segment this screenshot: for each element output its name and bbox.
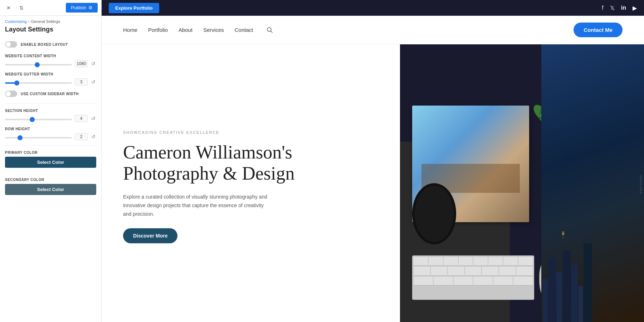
row-height-label: ROW HEIGHT bbox=[5, 127, 96, 131]
nav-portfolio[interactable]: Portfolio bbox=[148, 27, 168, 33]
preview-hero: SHOWCASING CREATIVE EXCELLENCE Cameron W… bbox=[102, 44, 644, 322]
city-overlay: Offscreen bbox=[541, 44, 644, 322]
publish-label: Publish bbox=[71, 5, 86, 10]
secondary-color-label: SECONDARY COLOR bbox=[5, 178, 96, 182]
section-height-slider-container bbox=[5, 115, 72, 122]
website-gutter-width-label: WEBSITE GUTTER WIDTH bbox=[5, 72, 96, 76]
social-icons: f 𝕏 in ▶ bbox=[602, 5, 637, 11]
hero-title: Cameron Williamson's Photography & Desig… bbox=[123, 142, 379, 185]
close-icon[interactable]: ✕ bbox=[4, 3, 14, 13]
preview-nav: Home Portfolio About Services Contact Co… bbox=[102, 16, 644, 44]
building-1 bbox=[543, 279, 548, 322]
row-height-reset[interactable]: ↺ bbox=[91, 134, 96, 140]
section-height-reset[interactable]: ↺ bbox=[91, 116, 96, 121]
row-height-slider-row: 2 ↺ bbox=[5, 133, 96, 140]
offscreen-label: Offscreen bbox=[639, 175, 643, 194]
row-height-slider[interactable] bbox=[5, 137, 72, 138]
website-content-width-value: 1080 bbox=[75, 60, 88, 67]
enable-boxed-layout-label: ENABLE BOXED LAYOUT bbox=[21, 43, 68, 47]
twitter-icon[interactable]: 𝕏 bbox=[610, 5, 615, 11]
hero-content: SHOWCASING CREATIVE EXCELLENCE Cameron W… bbox=[102, 44, 400, 322]
explore-portfolio-button[interactable]: Explore Portfolio bbox=[109, 3, 159, 13]
breadcrumb: Customizing • General Settings bbox=[0, 16, 101, 25]
section-height-slider-row: 4 ↺ bbox=[5, 115, 96, 122]
website-gutter-width-slider[interactable] bbox=[5, 82, 72, 84]
swap-icon[interactable]: ⇅ bbox=[16, 3, 26, 13]
facebook-icon[interactable]: f bbox=[602, 5, 603, 11]
contact-me-button[interactable]: Contact Me bbox=[574, 23, 623, 37]
website-content-width-group: WEBSITE CONTENT WIDTH 1080 ↺ bbox=[5, 54, 96, 67]
breadcrumb-section: General Settings bbox=[31, 19, 60, 24]
svg-line-1 bbox=[271, 31, 273, 33]
secondary-color-group: SECONDARY COLOR Select Color bbox=[5, 178, 96, 200]
website-content-width-label: WEBSITE CONTENT WIDTH bbox=[5, 54, 96, 58]
nav-contact[interactable]: Contact bbox=[235, 27, 253, 33]
section-height-slider[interactable] bbox=[5, 119, 72, 120]
publish-button[interactable]: Publish ⚙ bbox=[66, 3, 98, 13]
website-gutter-width-group: WEBSITE GUTTER WIDTH 3 ↺ bbox=[5, 72, 96, 86]
nav-links: Home Portfolio About Services Contact bbox=[123, 27, 273, 33]
left-panel: ✕ ⇅ Publish ⚙ Customizing • General Sett… bbox=[0, 0, 102, 322]
panel-title: Layout Settings bbox=[0, 25, 101, 38]
row-height-slider-container bbox=[5, 133, 72, 140]
toolbar: ✕ ⇅ Publish ⚙ bbox=[0, 0, 101, 16]
nav-home[interactable]: Home bbox=[123, 27, 137, 33]
row-height-group: ROW HEIGHT 2 ↺ bbox=[5, 127, 96, 140]
nav-services[interactable]: Services bbox=[203, 27, 224, 33]
hero-subtitle: SHOWCASING CREATIVE EXCELLENCE bbox=[123, 130, 379, 135]
use-custom-sidebar-width-toggle[interactable] bbox=[5, 91, 17, 97]
search-icon[interactable] bbox=[267, 27, 273, 33]
section-height-value: 4 bbox=[75, 115, 88, 122]
website-gutter-width-reset[interactable]: ↺ bbox=[91, 79, 96, 85]
primary-color-label: PRIMARY COLOR bbox=[5, 151, 96, 155]
secondary-color-button[interactable]: Select Color bbox=[5, 184, 96, 195]
section-height-label: SECTION HEIGHT bbox=[5, 109, 96, 113]
building-2 bbox=[548, 258, 556, 322]
primary-color-group: PRIMARY COLOR Select Color bbox=[5, 151, 96, 173]
website-content-width-slider-container bbox=[5, 60, 72, 67]
hero-images: FIELD NOTE bbox=[400, 44, 644, 322]
nav-about[interactable]: About bbox=[179, 27, 192, 33]
website-gutter-width-value: 3 bbox=[75, 78, 88, 86]
preview-topbar: Explore Portfolio f 𝕏 in ▶ bbox=[102, 0, 644, 16]
traffic-light-green bbox=[562, 233, 564, 235]
discover-more-button[interactable]: Discover More bbox=[123, 228, 177, 243]
use-custom-sidebar-width-label: USE CUSTOM SIDEBAR WIDTH bbox=[21, 92, 79, 96]
divider-1 bbox=[5, 103, 96, 104]
divider-2 bbox=[5, 145, 96, 146]
website-content-width-reset[interactable]: ↺ bbox=[91, 61, 96, 67]
desk-scene: FIELD NOTE bbox=[400, 44, 644, 322]
linkedin-icon[interactable]: in bbox=[621, 5, 626, 11]
building-7 bbox=[584, 243, 592, 322]
building-4 bbox=[563, 250, 571, 322]
enable-boxed-layout-toggle[interactable] bbox=[5, 41, 17, 48]
website-content-width-slider-row: 1080 ↺ bbox=[5, 60, 96, 67]
traffic-light-red bbox=[562, 231, 564, 233]
breadcrumb-sep: • bbox=[28, 19, 30, 24]
preview-area: Explore Portfolio f 𝕏 in ▶ Home Portfoli… bbox=[102, 0, 644, 322]
website-content-width-slider[interactable] bbox=[5, 64, 72, 65]
website-gutter-width-slider-container bbox=[5, 79, 72, 85]
building-3 bbox=[556, 272, 562, 322]
use-custom-sidebar-width-row: USE CUSTOM SIDEBAR WIDTH bbox=[5, 91, 96, 97]
row-height-value: 2 bbox=[75, 133, 88, 140]
breadcrumb-customizing[interactable]: Customizing bbox=[5, 19, 27, 24]
building-5 bbox=[571, 265, 578, 322]
youtube-icon[interactable]: ▶ bbox=[633, 5, 637, 11]
website-gutter-width-slider-row: 3 ↺ bbox=[5, 78, 96, 86]
section-height-group: SECTION HEIGHT 4 ↺ bbox=[5, 109, 96, 122]
gear-icon: ⚙ bbox=[88, 5, 93, 10]
building-6 bbox=[579, 286, 583, 322]
enable-boxed-layout-row: ENABLE BOXED LAYOUT bbox=[5, 41, 96, 48]
primary-color-button[interactable]: Select Color bbox=[5, 157, 96, 168]
hero-description: Explore a curated collection of visually… bbox=[123, 193, 273, 218]
settings-content: ENABLE BOXED LAYOUT WEBSITE CONTENT WIDT… bbox=[0, 38, 101, 322]
city-buildings bbox=[541, 243, 644, 322]
traffic-light-pole bbox=[562, 231, 564, 239]
